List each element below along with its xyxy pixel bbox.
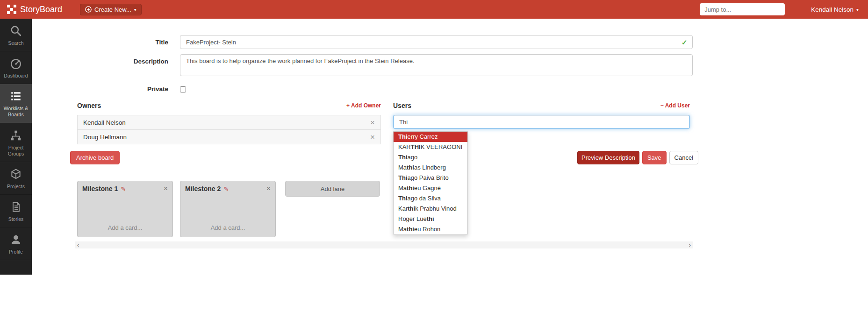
private-label: Private (77, 85, 168, 92)
create-new-label: Create New... (94, 6, 131, 13)
left-sidebar: Search Dashboard Worklists & Boards Proj… (0, 19, 32, 275)
sidebar-item-worklists-boards[interactable]: Worklists & Boards (0, 84, 32, 123)
add-owner-button[interactable]: + Add Owner (346, 102, 381, 109)
add-lane-button[interactable]: Add lane (285, 181, 380, 197)
valid-check-icon: ✓ (681, 38, 688, 47)
private-checkbox[interactable] (180, 86, 186, 92)
add-card-button[interactable]: Add a card... (180, 224, 275, 231)
users-panel: Users − Add User Thierry Carrez KARTHIK … (393, 101, 690, 129)
user-suggestions-dropdown: Thierry Carrez KARTHIK VEERAGONI Thiago … (393, 131, 468, 235)
cancel-button[interactable]: Cancel (669, 151, 698, 164)
sidebar-item-dashboard[interactable]: Dashboard (0, 51, 32, 84)
lane-title: Milestone 2 (185, 185, 221, 192)
worklists-icon (9, 90, 22, 102)
remove-owner-icon[interactable]: × (370, 119, 375, 127)
sidebar-item-profile[interactable]: Profile (0, 227, 32, 260)
storyboard-logo-icon (7, 4, 17, 14)
chevron-right-icon[interactable]: › (689, 242, 691, 248)
edit-lane-icon[interactable]: ✎ (121, 185, 126, 192)
form-actions: Preview Description Save Cancel (577, 151, 698, 164)
user-name: Kendall Nelson (811, 6, 854, 13)
owner-name: Doug Hellmann (83, 134, 127, 141)
save-button[interactable]: Save (642, 151, 667, 164)
sidebar-item-label: Dashboard (1, 73, 31, 79)
users-title: Users (393, 102, 411, 109)
users-header: Users − Add User (393, 101, 690, 109)
sidebar-item-label: Project Groups (1, 145, 31, 157)
sidebar-item-label: Stories (1, 216, 31, 222)
user-suggestion[interactable]: Thiago Paiva Brito (394, 173, 467, 183)
title-label: Title (77, 39, 168, 46)
owners-header: Owners + Add Owner (77, 101, 381, 109)
brand-title: StoryBoard (20, 5, 62, 14)
plus-circle-icon (85, 6, 92, 13)
search-icon (10, 25, 22, 37)
user-suggestion[interactable]: Mathias Lindberg (394, 163, 467, 173)
top-navbar: StoryBoard Create New... ▾ Kendall Nelso… (0, 0, 868, 19)
sidebar-item-label: Worklists & Boards (1, 106, 31, 118)
jump-to-input[interactable] (700, 3, 785, 15)
sidebar-item-search[interactable]: Search (0, 19, 32, 51)
dashboard-icon (10, 57, 22, 70)
user-search-input[interactable] (393, 115, 690, 129)
chevron-down-icon: ▾ (134, 7, 136, 12)
user-suggestion[interactable]: Mathieu Rohon (394, 224, 467, 234)
sidebar-item-project-groups[interactable]: Project Groups (0, 123, 32, 162)
user-suggestion[interactable]: Thiago (394, 152, 467, 163)
user-suggestion[interactable]: Mathieu Gagné (394, 183, 467, 193)
project-groups-icon (10, 129, 22, 142)
lane-title: Milestone 1 (82, 185, 118, 192)
user-suggestion[interactable]: Thierry Carrez (394, 132, 467, 142)
chevron-down-icon: ▾ (856, 7, 859, 12)
create-new-button[interactable]: Create New... ▾ (80, 4, 142, 15)
sidebar-item-stories[interactable]: Stories (0, 195, 32, 227)
storyboard-page: StoryBoard Create New... ▾ Kendall Nelso… (0, 0, 868, 326)
remove-lane-icon[interactable]: × (164, 185, 168, 192)
archive-board-button[interactable]: Archive board (70, 151, 120, 164)
board-lane: Milestone 2 ✎ × Add a card... (180, 181, 276, 237)
user-suggestion[interactable]: Karthik Prabhu Vinod (394, 204, 467, 214)
edit-lane-icon[interactable]: ✎ (223, 185, 229, 192)
description-textarea[interactable]: This board is to help organize the work … (180, 54, 693, 76)
sidebar-item-label: Search (1, 40, 31, 46)
owner-row: Doug Hellmann × (77, 129, 381, 144)
title-input[interactable] (180, 35, 693, 49)
board-lane: Milestone 1 ✎ × Add a card... (77, 181, 173, 237)
owners-list: Kendall Nelson × Doug Hellmann × (77, 115, 381, 144)
owner-name: Kendall Nelson (83, 119, 126, 126)
user-suggestion[interactable]: KARTHIK VEERAGONI (394, 142, 467, 152)
brand-home-link[interactable]: StoryBoard (7, 4, 62, 14)
lane-header: Milestone 1 ✎ × (78, 181, 172, 192)
user-suggestion[interactable]: Thiago da Silva (394, 193, 467, 204)
description-label: Description (77, 58, 168, 65)
profile-icon (10, 234, 22, 246)
plus-icon: + (346, 102, 350, 109)
sidebar-item-label: Profile (1, 249, 31, 255)
remove-owner-icon[interactable]: × (370, 133, 375, 141)
add-user-button[interactable]: − Add User (660, 102, 690, 109)
chevron-left-icon[interactable]: ‹ (77, 242, 79, 248)
horizontal-scrollbar[interactable]: ‹ › (75, 241, 693, 248)
owner-row: Kendall Nelson × (77, 115, 381, 130)
sidebar-item-label: Projects (1, 184, 31, 190)
projects-icon (10, 168, 22, 180)
preview-description-button[interactable]: Preview Description (577, 151, 639, 164)
remove-lane-icon[interactable]: × (266, 185, 271, 192)
owners-title: Owners (77, 102, 101, 109)
stories-icon (10, 201, 22, 213)
user-suggestion[interactable]: Roger Luethi (394, 214, 467, 224)
sidebar-item-projects[interactable]: Projects (0, 162, 32, 195)
minus-icon: − (660, 102, 664, 109)
lane-header: Milestone 2 ✎ × (180, 181, 275, 192)
owners-panel: Owners + Add Owner Kendall Nelson × Doug… (77, 101, 381, 144)
user-menu[interactable]: Kendall Nelson ▾ (811, 6, 859, 13)
add-card-button[interactable]: Add a card... (78, 224, 172, 231)
